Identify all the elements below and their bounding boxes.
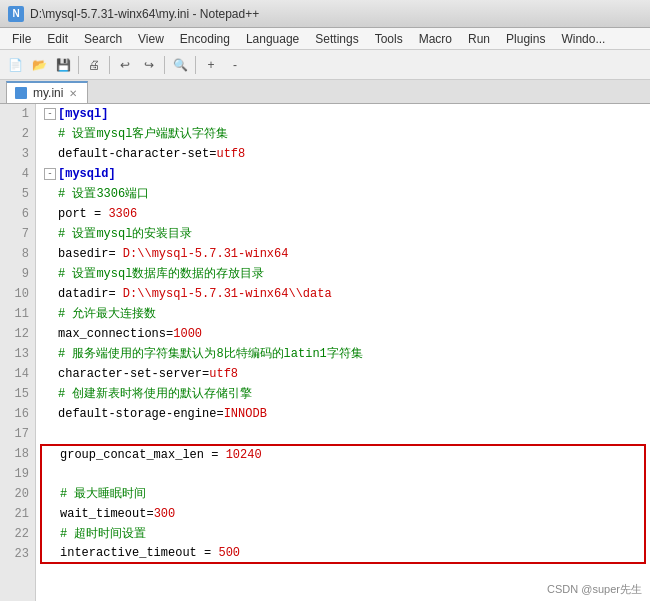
code-text-16: default-storage-engine=INNODB	[58, 404, 267, 424]
menu-item-macro[interactable]: Macro	[411, 30, 460, 48]
line-num-10: 10	[6, 284, 29, 304]
line-num-6: 6	[6, 204, 29, 224]
code-text-3: default-character-set=utf8	[58, 144, 245, 164]
line-num-20: 20	[6, 484, 29, 504]
code-line-1: -[mysql]	[40, 104, 646, 124]
code-line-14: character-set-server=utf8	[40, 364, 646, 384]
line-num-4: 4	[6, 164, 29, 184]
tab-close-button[interactable]: ✕	[69, 88, 77, 99]
zoom-in-button[interactable]: +	[200, 54, 222, 76]
undo-button[interactable]: ↩	[114, 54, 136, 76]
line-num-3: 3	[6, 144, 29, 164]
code-text-2: # 设置mysql客户端默认字符集	[58, 124, 228, 144]
title-text: D:\mysql-5.7.31-winx64\my.ini - Notepad+…	[30, 7, 259, 21]
file-icon	[15, 87, 27, 99]
code-line-8: basedir= D:\\mysql-5.7.31-winx64	[40, 244, 646, 264]
code-text-20: # 最大睡眠时间	[60, 484, 146, 504]
menu-item-view[interactable]: View	[130, 30, 172, 48]
menu-item-language[interactable]: Language	[238, 30, 307, 48]
code-text-8: basedir= D:\\mysql-5.7.31-winx64	[58, 244, 288, 264]
code-text-4: [mysqld]	[58, 164, 116, 184]
line-numbers: 1234567891011121314151617181920212223	[0, 104, 36, 601]
watermark: CSDN @super先生	[547, 582, 642, 597]
toolbar: 📄 📂 💾 🖨 ↩ ↪ 🔍 + -	[0, 50, 650, 80]
menu-item-settings[interactable]: Settings	[307, 30, 366, 48]
line-num-15: 15	[6, 384, 29, 404]
code-text-6: port = 3306	[58, 204, 137, 224]
menu-item-plugins[interactable]: Plugins	[498, 30, 553, 48]
line-num-8: 8	[6, 244, 29, 264]
line-num-18: 18	[6, 444, 29, 464]
code-line-5: # 设置3306端口	[40, 184, 646, 204]
menu-bar: FileEditSearchViewEncodingLanguageSettin…	[0, 28, 650, 50]
code-line-3: default-character-set=utf8	[40, 144, 646, 164]
fold-icon-4[interactable]: -	[44, 168, 56, 180]
title-bar: N D:\mysql-5.7.31-winx64\my.ini - Notepa…	[0, 0, 650, 28]
menu-item-tools[interactable]: Tools	[367, 30, 411, 48]
code-text-23: interactive_timeout = 500	[60, 543, 240, 563]
print-button[interactable]: 🖨	[83, 54, 105, 76]
code-line-21: wait_timeout=300	[40, 504, 646, 524]
code-line-10: datadir= D:\\mysql-5.7.31-winx64\\data	[40, 284, 646, 304]
menu-item-encoding[interactable]: Encoding	[172, 30, 238, 48]
code-line-15: # 创建新表时将使用的默认存储引擎	[40, 384, 646, 404]
separator-2	[109, 56, 110, 74]
tab-label: my.ini	[33, 86, 63, 100]
code-line-9: # 设置mysql数据库的数据的存放目录	[40, 264, 646, 284]
code-text-1: [mysql]	[58, 104, 108, 124]
code-line-23: interactive_timeout = 500	[40, 544, 646, 564]
code-text-10: datadir= D:\\mysql-5.7.31-winx64\\data	[58, 284, 332, 304]
code-line-19	[40, 464, 646, 484]
code-line-16: default-storage-engine=INNODB	[40, 404, 646, 424]
save-button[interactable]: 💾	[52, 54, 74, 76]
line-num-13: 13	[6, 344, 29, 364]
tab-bar: my.ini ✕	[0, 80, 650, 104]
code-text-22: # 超时时间设置	[60, 524, 146, 544]
code-text-18: group_concat_max_len = 10240	[60, 445, 262, 465]
line-num-12: 12	[6, 324, 29, 344]
separator-3	[164, 56, 165, 74]
code-text-11: # 允许最大连接数	[58, 304, 156, 324]
line-num-9: 9	[6, 264, 29, 284]
line-num-1: 1	[6, 104, 29, 124]
app-icon: N	[8, 6, 24, 22]
line-num-2: 2	[6, 124, 29, 144]
line-num-11: 11	[6, 304, 29, 324]
line-num-17: 17	[6, 424, 29, 444]
line-num-19: 19	[6, 464, 29, 484]
line-num-7: 7	[6, 224, 29, 244]
line-num-21: 21	[6, 504, 29, 524]
code-text-14: character-set-server=utf8	[58, 364, 238, 384]
open-button[interactable]: 📂	[28, 54, 50, 76]
code-line-17	[40, 424, 646, 444]
line-num-22: 22	[6, 524, 29, 544]
code-text-5: # 设置3306端口	[58, 184, 149, 204]
zoom-out-button[interactable]: -	[224, 54, 246, 76]
separator-4	[195, 56, 196, 74]
code-line-11: # 允许最大连接数	[40, 304, 646, 324]
code-text-7: # 设置mysql的安装目录	[58, 224, 192, 244]
menu-item-run[interactable]: Run	[460, 30, 498, 48]
code-line-20: # 最大睡眠时间	[40, 484, 646, 504]
code-text-12: max_connections=1000	[58, 324, 202, 344]
code-line-6: port = 3306	[40, 204, 646, 224]
menu-item-search[interactable]: Search	[76, 30, 130, 48]
menu-item-edit[interactable]: Edit	[39, 30, 76, 48]
redo-button[interactable]: ↪	[138, 54, 160, 76]
line-num-23: 23	[6, 544, 29, 564]
new-button[interactable]: 📄	[4, 54, 26, 76]
code-line-4: -[mysqld]	[40, 164, 646, 184]
line-num-14: 14	[6, 364, 29, 384]
tab-myini[interactable]: my.ini ✕	[6, 81, 88, 103]
code-text-15: # 创建新表时将使用的默认存储引擎	[58, 384, 252, 404]
code-content[interactable]: -[mysql]# 设置mysql客户端默认字符集default-charact…	[36, 104, 650, 601]
line-num-5: 5	[6, 184, 29, 204]
code-line-13: # 服务端使用的字符集默认为8比特编码的latin1字符集	[40, 344, 646, 364]
fold-icon-1[interactable]: -	[44, 108, 56, 120]
menu-item-file[interactable]: File	[4, 30, 39, 48]
separator-1	[78, 56, 79, 74]
code-text-21: wait_timeout=300	[60, 504, 175, 524]
code-line-2: # 设置mysql客户端默认字符集	[40, 124, 646, 144]
find-button[interactable]: 🔍	[169, 54, 191, 76]
menu-item-windo[interactable]: Windo...	[553, 30, 613, 48]
